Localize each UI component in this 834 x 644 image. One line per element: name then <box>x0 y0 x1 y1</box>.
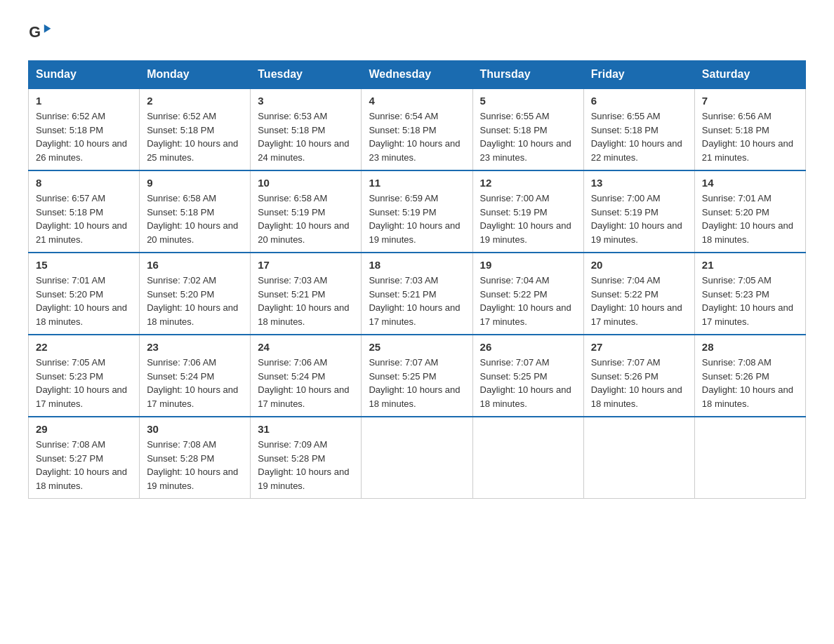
day-info: Sunrise: 7:00 AM Sunset: 5:19 PM Dayligh… <box>480 192 576 246</box>
calendar-cell: 30 Sunrise: 7:08 AM Sunset: 5:28 PM Dayl… <box>140 417 251 499</box>
day-number: 9 <box>147 177 243 189</box>
calendar-cell <box>472 417 583 499</box>
day-number: 23 <box>147 341 243 353</box>
calendar-cell: 18 Sunrise: 7:03 AM Sunset: 5:21 PM Dayl… <box>362 253 472 335</box>
day-number: 27 <box>591 341 687 353</box>
weekday-header-thursday: Thursday <box>472 61 583 89</box>
day-info: Sunrise: 7:01 AM Sunset: 5:20 PM Dayligh… <box>36 274 132 328</box>
day-number: 6 <box>591 95 687 107</box>
calendar-cell: 1 Sunrise: 6:52 AM Sunset: 5:18 PM Dayli… <box>29 88 140 170</box>
day-info: Sunrise: 6:58 AM Sunset: 5:19 PM Dayligh… <box>258 192 354 246</box>
calendar-cell: 7 Sunrise: 6:56 AM Sunset: 5:18 PM Dayli… <box>694 88 805 170</box>
weekday-header-saturday: Saturday <box>694 61 805 89</box>
day-info: Sunrise: 6:55 AM Sunset: 5:18 PM Dayligh… <box>480 109 576 164</box>
day-info: Sunrise: 6:56 AM Sunset: 5:18 PM Dayligh… <box>702 109 798 164</box>
day-number: 7 <box>702 95 798 107</box>
day-number: 14 <box>702 177 798 189</box>
day-number: 3 <box>258 95 354 107</box>
calendar-cell: 28 Sunrise: 7:08 AM Sunset: 5:26 PM Dayl… <box>694 335 805 417</box>
week-row-3: 15 Sunrise: 7:01 AM Sunset: 5:20 PM Dayl… <box>29 253 806 335</box>
day-info: Sunrise: 6:52 AM Sunset: 5:18 PM Dayligh… <box>36 109 132 164</box>
day-number: 19 <box>480 259 576 271</box>
day-info: Sunrise: 7:03 AM Sunset: 5:21 PM Dayligh… <box>369 274 465 328</box>
day-info: Sunrise: 6:55 AM Sunset: 5:18 PM Dayligh… <box>591 109 687 164</box>
calendar-cell: 14 Sunrise: 7:01 AM Sunset: 5:20 PM Dayl… <box>694 170 805 253</box>
day-info: Sunrise: 6:53 AM Sunset: 5:18 PM Dayligh… <box>258 109 354 164</box>
day-info: Sunrise: 7:04 AM Sunset: 5:22 PM Dayligh… <box>591 274 687 328</box>
day-info: Sunrise: 7:07 AM Sunset: 5:25 PM Dayligh… <box>480 356 576 410</box>
day-number: 2 <box>147 95 243 107</box>
day-number: 25 <box>369 341 465 353</box>
weekday-header-wednesday: Wednesday <box>362 61 472 89</box>
day-number: 29 <box>36 423 132 435</box>
day-number: 20 <box>591 259 687 271</box>
calendar-cell: 24 Sunrise: 7:06 AM Sunset: 5:24 PM Dayl… <box>251 335 362 417</box>
svg-marker-1 <box>44 25 51 33</box>
day-number: 24 <box>258 341 354 353</box>
day-info: Sunrise: 7:08 AM Sunset: 5:27 PM Dayligh… <box>36 438 132 492</box>
calendar-cell: 20 Sunrise: 7:04 AM Sunset: 5:22 PM Dayl… <box>583 253 694 335</box>
day-info: Sunrise: 7:08 AM Sunset: 5:28 PM Dayligh… <box>147 438 243 492</box>
calendar-cell: 23 Sunrise: 7:06 AM Sunset: 5:24 PM Dayl… <box>140 335 251 417</box>
calendar-cell: 16 Sunrise: 7:02 AM Sunset: 5:20 PM Dayl… <box>140 253 251 335</box>
weekday-header-row: SundayMondayTuesdayWednesdayThursdayFrid… <box>29 61 806 89</box>
day-number: 31 <box>258 423 354 435</box>
calendar-cell <box>362 417 472 499</box>
day-info: Sunrise: 6:59 AM Sunset: 5:19 PM Dayligh… <box>369 192 465 246</box>
calendar-cell: 31 Sunrise: 7:09 AM Sunset: 5:28 PM Dayl… <box>251 417 362 499</box>
day-info: Sunrise: 7:05 AM Sunset: 5:23 PM Dayligh… <box>36 356 132 410</box>
day-info: Sunrise: 7:07 AM Sunset: 5:26 PM Dayligh… <box>591 356 687 410</box>
day-info: Sunrise: 7:03 AM Sunset: 5:21 PM Dayligh… <box>258 274 354 328</box>
calendar-cell: 13 Sunrise: 7:00 AM Sunset: 5:19 PM Dayl… <box>583 170 694 253</box>
calendar-cell <box>694 417 805 499</box>
day-info: Sunrise: 6:58 AM Sunset: 5:18 PM Dayligh… <box>147 192 243 246</box>
day-number: 8 <box>36 177 132 189</box>
calendar-cell: 22 Sunrise: 7:05 AM Sunset: 5:23 PM Dayl… <box>29 335 140 417</box>
weekday-header-tuesday: Tuesday <box>251 61 362 89</box>
day-number: 10 <box>258 177 354 189</box>
day-number: 1 <box>36 95 132 107</box>
calendar-cell: 10 Sunrise: 6:58 AM Sunset: 5:19 PM Dayl… <box>251 170 362 253</box>
calendar-cell: 25 Sunrise: 7:07 AM Sunset: 5:25 PM Dayl… <box>362 335 472 417</box>
calendar-cell: 17 Sunrise: 7:03 AM Sunset: 5:21 PM Dayl… <box>251 253 362 335</box>
logo-icon: G <box>28 21 53 46</box>
day-number: 11 <box>369 177 465 189</box>
calendar-cell: 2 Sunrise: 6:52 AM Sunset: 5:18 PM Dayli… <box>140 88 251 170</box>
svg-text:G: G <box>29 23 41 41</box>
day-number: 4 <box>369 95 465 107</box>
day-number: 26 <box>480 341 576 353</box>
calendar-cell: 9 Sunrise: 6:58 AM Sunset: 5:18 PM Dayli… <box>140 170 251 253</box>
calendar-cell: 15 Sunrise: 7:01 AM Sunset: 5:20 PM Dayl… <box>29 253 140 335</box>
day-info: Sunrise: 7:04 AM Sunset: 5:22 PM Dayligh… <box>480 274 576 328</box>
calendar-cell: 5 Sunrise: 6:55 AM Sunset: 5:18 PM Dayli… <box>472 88 583 170</box>
day-number: 22 <box>36 341 132 353</box>
day-info: Sunrise: 6:57 AM Sunset: 5:18 PM Dayligh… <box>36 192 132 246</box>
day-number: 17 <box>258 259 354 271</box>
day-number: 16 <box>147 259 243 271</box>
day-info: Sunrise: 6:52 AM Sunset: 5:18 PM Dayligh… <box>147 109 243 164</box>
day-info: Sunrise: 7:07 AM Sunset: 5:25 PM Dayligh… <box>369 356 465 410</box>
week-row-2: 8 Sunrise: 6:57 AM Sunset: 5:18 PM Dayli… <box>29 170 806 253</box>
day-number: 15 <box>36 259 132 271</box>
week-row-4: 22 Sunrise: 7:05 AM Sunset: 5:23 PM Dayl… <box>29 335 806 417</box>
calendar-cell: 11 Sunrise: 6:59 AM Sunset: 5:19 PM Dayl… <box>362 170 472 253</box>
day-info: Sunrise: 6:54 AM Sunset: 5:18 PM Dayligh… <box>369 109 465 164</box>
calendar-cell: 19 Sunrise: 7:04 AM Sunset: 5:22 PM Dayl… <box>472 253 583 335</box>
day-number: 12 <box>480 177 576 189</box>
calendar-cell: 27 Sunrise: 7:07 AM Sunset: 5:26 PM Dayl… <box>583 335 694 417</box>
day-number: 13 <box>591 177 687 189</box>
day-info: Sunrise: 7:01 AM Sunset: 5:20 PM Dayligh… <box>702 192 798 246</box>
calendar-cell: 8 Sunrise: 6:57 AM Sunset: 5:18 PM Dayli… <box>29 170 140 253</box>
weekday-header-sunday: Sunday <box>29 61 140 89</box>
logo: G <box>28 21 55 46</box>
calendar-cell: 3 Sunrise: 6:53 AM Sunset: 5:18 PM Dayli… <box>251 88 362 170</box>
day-info: Sunrise: 7:06 AM Sunset: 5:24 PM Dayligh… <box>258 356 354 410</box>
day-info: Sunrise: 7:08 AM Sunset: 5:26 PM Dayligh… <box>702 356 798 410</box>
calendar-cell: 29 Sunrise: 7:08 AM Sunset: 5:27 PM Dayl… <box>29 417 140 499</box>
weekday-header-monday: Monday <box>140 61 251 89</box>
day-number: 21 <box>702 259 798 271</box>
calendar-cell <box>583 417 694 499</box>
calendar-cell: 26 Sunrise: 7:07 AM Sunset: 5:25 PM Dayl… <box>472 335 583 417</box>
weekday-header-friday: Friday <box>583 61 694 89</box>
day-info: Sunrise: 7:06 AM Sunset: 5:24 PM Dayligh… <box>147 356 243 410</box>
